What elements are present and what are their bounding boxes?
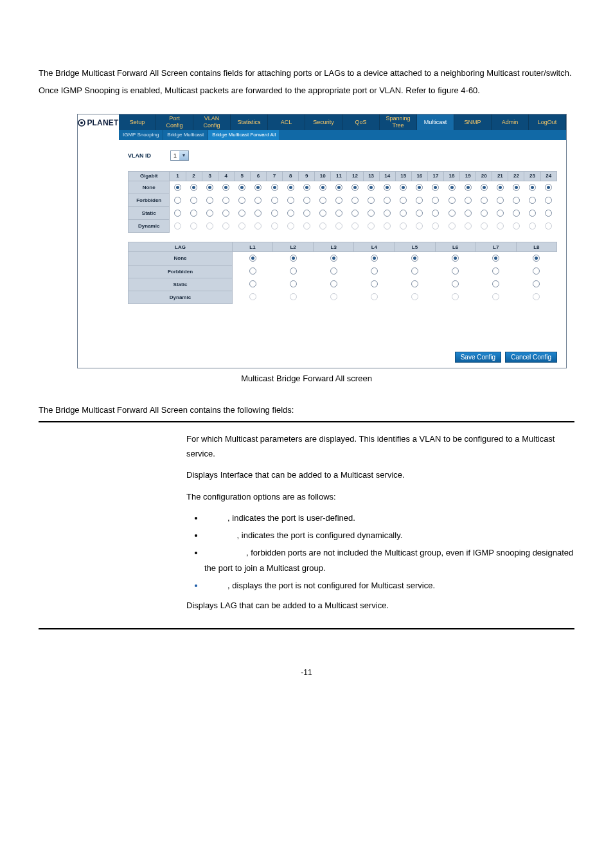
radio-forbbiden-12[interactable] bbox=[351, 197, 359, 204]
radio-static-6[interactable] bbox=[452, 280, 459, 287]
radio-static-13[interactable] bbox=[368, 210, 375, 217]
radio-static-7[interactable] bbox=[492, 280, 499, 287]
radio-static-7[interactable] bbox=[271, 210, 278, 217]
radio-static-22[interactable] bbox=[513, 210, 520, 217]
radio-static-15[interactable] bbox=[400, 210, 407, 217]
radio-none-20[interactable] bbox=[481, 184, 488, 191]
radio-forbbiden-9[interactable] bbox=[303, 197, 310, 204]
submenu-bridge-multicast[interactable]: Bridge Multicast bbox=[163, 130, 208, 140]
radio-none-15[interactable] bbox=[400, 184, 407, 191]
radio-static-5[interactable] bbox=[411, 280, 418, 287]
submenu-bridge-multicast-forward-all[interactable]: Bridge Multicast Forward All bbox=[208, 130, 280, 140]
radio-static-18[interactable] bbox=[449, 210, 456, 217]
radio-static-9[interactable] bbox=[303, 210, 310, 217]
radio-forbbiden-4[interactable] bbox=[371, 267, 378, 275]
radio-static-17[interactable] bbox=[432, 210, 439, 217]
radio-none-18[interactable] bbox=[449, 184, 456, 191]
radio-forbbiden-3[interactable] bbox=[206, 197, 213, 204]
menu-tab-vlan-config[interactable]: VLANConfig bbox=[193, 114, 231, 130]
radio-forbbiden-6[interactable] bbox=[452, 267, 459, 275]
radio-forbbiden-15[interactable] bbox=[400, 197, 407, 204]
radio-static-19[interactable] bbox=[465, 210, 472, 217]
cancel-config-button[interactable]: Cancel Config bbox=[505, 352, 557, 363]
radio-forbbiden-10[interactable] bbox=[319, 197, 326, 204]
submenu-igmp-snooping[interactable]: IGMP Snooping bbox=[119, 130, 163, 140]
menu-tab-logout[interactable]: LogOut bbox=[529, 114, 566, 130]
radio-none-3[interactable] bbox=[206, 184, 213, 191]
radio-forbbiden-23[interactable] bbox=[529, 197, 536, 204]
menu-tab-setup[interactable]: Setup bbox=[119, 114, 156, 130]
radio-forbbiden-21[interactable] bbox=[497, 197, 504, 204]
radio-static-3[interactable] bbox=[206, 210, 213, 217]
radio-forbbiden-2[interactable] bbox=[290, 267, 297, 275]
radio-forbbiden-17[interactable] bbox=[432, 197, 439, 204]
radio-none-2[interactable] bbox=[290, 255, 297, 262]
menu-tab-port-config[interactable]: PortConfig bbox=[156, 114, 193, 130]
radio-none-7[interactable] bbox=[492, 255, 499, 262]
menu-tab-snmp[interactable]: SNMP bbox=[454, 114, 492, 130]
menu-tab-security[interactable]: Security bbox=[305, 114, 342, 130]
radio-none-9[interactable] bbox=[303, 184, 310, 191]
radio-none-3[interactable] bbox=[330, 255, 337, 262]
radio-forbbiden-16[interactable] bbox=[416, 197, 423, 204]
menu-tab-acl[interactable]: ACL bbox=[268, 114, 305, 130]
radio-static-1[interactable] bbox=[249, 280, 256, 287]
radio-forbbiden-1[interactable] bbox=[249, 267, 256, 275]
radio-static-1[interactable] bbox=[174, 210, 181, 217]
radio-static-8[interactable] bbox=[287, 210, 294, 217]
radio-forbbiden-3[interactable] bbox=[330, 267, 337, 275]
radio-static-23[interactable] bbox=[529, 210, 536, 217]
radio-none-6[interactable] bbox=[254, 184, 262, 191]
menu-tab-multicast[interactable]: Multicast bbox=[417, 114, 454, 130]
radio-static-3[interactable] bbox=[330, 280, 337, 287]
radio-none-10[interactable] bbox=[319, 184, 326, 191]
radio-none-12[interactable] bbox=[351, 184, 359, 191]
radio-forbbiden-13[interactable] bbox=[368, 197, 375, 204]
radio-none-5[interactable] bbox=[411, 255, 418, 262]
radio-forbbiden-1[interactable] bbox=[174, 197, 181, 204]
radio-forbbiden-2[interactable] bbox=[190, 197, 197, 204]
radio-static-6[interactable] bbox=[254, 210, 262, 217]
radio-none-23[interactable] bbox=[529, 184, 536, 191]
radio-none-8[interactable] bbox=[287, 184, 294, 191]
radio-none-22[interactable] bbox=[513, 184, 520, 191]
radio-forbbiden-7[interactable] bbox=[492, 267, 499, 275]
radio-none-2[interactable] bbox=[190, 184, 197, 191]
radio-static-11[interactable] bbox=[335, 210, 342, 217]
radio-forbbiden-22[interactable] bbox=[513, 197, 520, 204]
save-config-button[interactable]: Save Config bbox=[455, 352, 501, 363]
radio-static-2[interactable] bbox=[190, 210, 197, 217]
radio-none-14[interactable] bbox=[384, 184, 391, 191]
radio-none-8[interactable] bbox=[533, 255, 540, 262]
radio-forbbiden-6[interactable] bbox=[254, 197, 262, 204]
radio-static-21[interactable] bbox=[497, 210, 504, 217]
radio-none-1[interactable] bbox=[174, 184, 181, 191]
radio-none-1[interactable] bbox=[249, 255, 256, 262]
radio-static-5[interactable] bbox=[238, 210, 245, 217]
radio-forbbiden-8[interactable] bbox=[287, 197, 294, 204]
radio-none-5[interactable] bbox=[238, 184, 245, 191]
radio-forbbiden-19[interactable] bbox=[465, 197, 472, 204]
menu-tab-admin[interactable]: Admin bbox=[492, 114, 529, 130]
radio-static-4[interactable] bbox=[371, 280, 378, 287]
radio-static-8[interactable] bbox=[533, 280, 540, 287]
radio-none-24[interactable] bbox=[545, 184, 552, 191]
radio-static-10[interactable] bbox=[319, 210, 326, 217]
radio-none-4[interactable] bbox=[222, 184, 229, 191]
radio-static-12[interactable] bbox=[351, 210, 359, 217]
radio-none-11[interactable] bbox=[335, 184, 342, 191]
radio-none-21[interactable] bbox=[497, 184, 504, 191]
radio-static-24[interactable] bbox=[545, 210, 552, 217]
radio-forbbiden-8[interactable] bbox=[533, 267, 540, 275]
radio-static-2[interactable] bbox=[290, 280, 297, 287]
radio-forbbiden-24[interactable] bbox=[545, 197, 552, 204]
radio-forbbiden-11[interactable] bbox=[335, 197, 342, 204]
menu-tab-spanning-tree[interactable]: SpanningTree bbox=[380, 114, 417, 130]
radio-forbbiden-7[interactable] bbox=[271, 197, 278, 204]
radio-static-16[interactable] bbox=[416, 210, 423, 217]
radio-forbbiden-18[interactable] bbox=[449, 197, 456, 204]
radio-forbbiden-20[interactable] bbox=[481, 197, 488, 204]
radio-none-17[interactable] bbox=[432, 184, 439, 191]
radio-static-14[interactable] bbox=[384, 210, 391, 217]
radio-none-19[interactable] bbox=[465, 184, 472, 191]
